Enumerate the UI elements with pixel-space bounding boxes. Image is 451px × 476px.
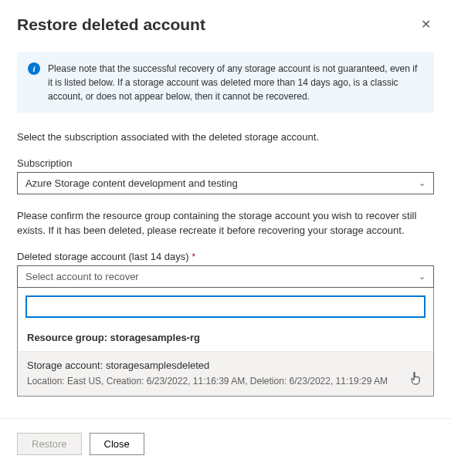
deleted-account-label: Deleted storage account (last 14 days) * (17, 251, 434, 262)
close-icon[interactable]: ✕ (418, 15, 434, 34)
info-icon: i (28, 62, 40, 75)
footer-buttons: Restore Close (17, 433, 434, 455)
deleted-account-placeholder: Select account to recover (25, 271, 139, 282)
subscription-label: Subscription (17, 157, 434, 169)
chevron-down-icon: ⌄ (419, 272, 426, 282)
dropdown-option[interactable]: Storage account: storagesamplesdeleted L… (18, 352, 433, 396)
required-asterisk: * (192, 251, 195, 262)
info-banner: i Please note that the successful recove… (17, 52, 434, 113)
dropdown-option-title: Storage account: storagesamplesdeleted (27, 360, 424, 371)
dropdown-search-input[interactable] (25, 295, 426, 318)
subscription-select[interactable]: Azure Storage content development and te… (17, 172, 434, 194)
info-text: Please note that the successful recovery… (48, 62, 423, 103)
dialog-title: Restore deleted account (17, 15, 205, 34)
dropdown-option-subtitle: Location: East US, Creation: 6/23/2022, … (27, 376, 424, 387)
restore-button: Restore (17, 433, 82, 455)
deleted-account-select[interactable]: Select account to recover ⌄ (17, 265, 434, 288)
subscription-value: Azure Storage content development and te… (25, 177, 238, 189)
cursor-pointer-icon (410, 371, 422, 388)
dropdown-search-row (18, 288, 433, 324)
confirm-text: Please confirm the resource group contai… (17, 208, 434, 238)
footer-divider (0, 418, 451, 419)
dropdown-group-header: Resource group: storagesamples-rg (18, 324, 433, 352)
chevron-down-icon: ⌄ (419, 178, 426, 188)
dialog-header: Restore deleted account ✕ (17, 15, 434, 34)
subscription-intro: Select the subscription associated with … (17, 130, 434, 145)
deleted-account-dropdown: Resource group: storagesamples-rg Storag… (17, 288, 434, 397)
close-button[interactable]: Close (90, 433, 144, 455)
